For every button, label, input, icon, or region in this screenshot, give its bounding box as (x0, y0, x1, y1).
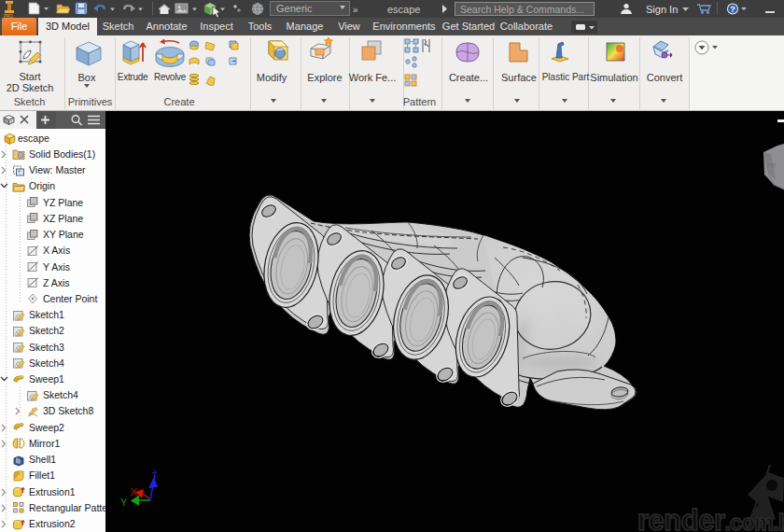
svg-text:FR: FR (767, 162, 776, 169)
svg-text:?: ? (730, 5, 735, 14)
svg-text:»: » (353, 5, 358, 15)
svg-text:Y: Y (120, 497, 128, 508)
svg-text:X: X (131, 486, 138, 497)
